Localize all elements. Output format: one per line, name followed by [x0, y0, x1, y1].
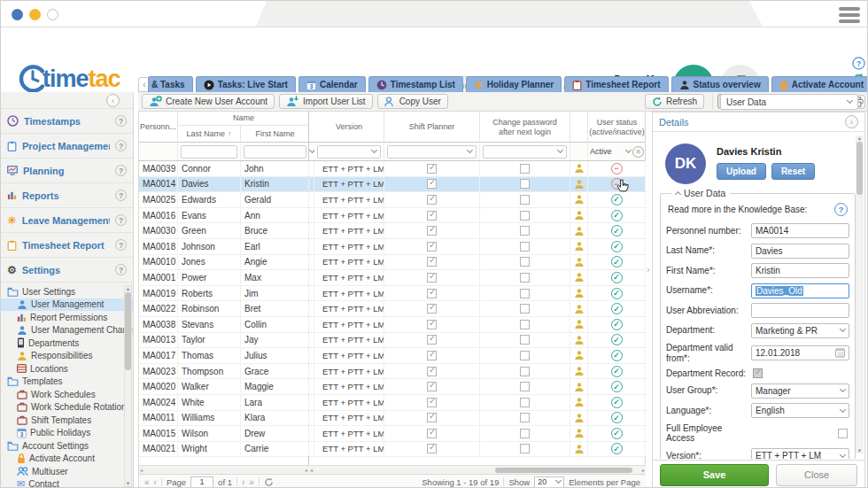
tab-calendar[interactable]: 3Calendar: [298, 76, 366, 92]
filter-shift-planner[interactable]: [384, 143, 480, 160]
table-row[interactable]: MA0014DaviesKristin: [139, 177, 308, 193]
field-checkbox-department-record[interactable]: [753, 368, 763, 378]
tree-item-multiuser[interactable]: Multiuser: [1, 465, 134, 478]
shift-planner-checkbox[interactable]: [427, 444, 437, 453]
tree-item-responsibilities[interactable]: Responsibilities: [1, 350, 134, 363]
change-password-checkbox[interactable]: [520, 273, 530, 283]
tree-item-user-management-changelog[interactable]: User Management Changelog: [1, 324, 134, 337]
sidebar-item-project-management[interactable]: Project Management?: [1, 134, 133, 159]
field-input-user-abbreviation[interactable]: [751, 303, 849, 318]
field-select-language[interactable]: English: [751, 403, 849, 418]
status-active-icon[interactable]: ✓: [611, 225, 623, 236]
status-active-icon[interactable]: ✓: [611, 366, 623, 377]
per-page-select[interactable]: 20: [534, 476, 564, 488]
tree-item-work-schedule-rotations[interactable]: Work Schedule Rotations: [1, 401, 134, 414]
save-button[interactable]: Save: [660, 464, 769, 486]
next-page-icon[interactable]: ›: [242, 477, 244, 487]
field-input-first-name[interactable]: Kristin: [751, 263, 849, 278]
table-row[interactable]: ETT + PTT + LM✓: [309, 379, 645, 395]
table-row[interactable]: ETT + PTT + LM✓: [309, 270, 645, 286]
shift-planner-checkbox[interactable]: [427, 320, 437, 329]
sidebar-scrollbar[interactable]: ▲▼: [124, 285, 132, 487]
details-scrollbar[interactable]: ▲▼: [856, 136, 864, 453]
col-permissions[interactable]: [570, 112, 588, 143]
tree-item-user-management[interactable]: User Management: [1, 298, 134, 312]
table-row[interactable]: MA0038StevansCollin: [139, 317, 308, 333]
help-icon[interactable]: ?: [115, 140, 127, 151]
field-select-user-group[interactable]: Manager: [751, 383, 849, 399]
field-select-version[interactable]: ETT + PTT + LM: [751, 448, 849, 459]
col-first-name[interactable]: First Name: [241, 126, 309, 143]
status-active-icon[interactable]: ✓: [611, 397, 623, 408]
shift-planner-checkbox[interactable]: [427, 242, 437, 252]
shift-planner-checkbox[interactable]: [427, 429, 437, 438]
shift-planner-checkbox[interactable]: [427, 367, 437, 376]
table-row[interactable]: ETT + PTT + LM✓: [309, 208, 645, 224]
table-row[interactable]: MA0011WilliamsKlara: [139, 411, 308, 427]
field-date-department-valid-from[interactable]: 12.01.2018: [751, 345, 849, 360]
status-active-icon[interactable]: ✓: [611, 443, 623, 454]
details-splitter-icon[interactable]: ›: [645, 261, 652, 277]
field-input-username[interactable]: Davies_Old: [751, 283, 849, 298]
refresh-button[interactable]: Refresh: [645, 94, 704, 109]
col-personnel[interactable]: Personn...: [139, 112, 178, 143]
status-active-icon[interactable]: ✓: [611, 381, 623, 392]
change-password-checkbox[interactable]: [520, 367, 530, 376]
hscrollbar-right[interactable]: ◂▸: [309, 465, 646, 474]
help-icon[interactable]: ?: [115, 239, 127, 251]
first-page-icon[interactable]: «: [144, 477, 150, 487]
last-page-icon[interactable]: »: [249, 477, 254, 487]
shift-planner-checkbox[interactable]: [427, 289, 437, 298]
col-shift-planner[interactable]: Shift Planner: [384, 112, 480, 143]
shift-planner-checkbox[interactable]: [427, 413, 437, 422]
table-row[interactable]: MA0001PowerMax: [139, 270, 308, 286]
shift-planner-checkbox[interactable]: [427, 304, 437, 314]
shift-planner-checkbox[interactable]: [427, 179, 437, 189]
sidebar-item-planning[interactable]: Planning?: [1, 159, 133, 183]
sidebar-item-leave-management[interactable]: ☀Leave Management?: [1, 208, 133, 233]
shift-planner-checkbox[interactable]: [427, 335, 437, 345]
table-row[interactable]: ETT + PTT + LM✓: [309, 426, 645, 442]
sidebar-collapse-button[interactable]: ‹: [106, 94, 120, 107]
table-row[interactable]: ETT + PTT + LM✓: [309, 301, 645, 317]
shift-planner-checkbox[interactable]: [427, 164, 437, 174]
table-row[interactable]: MA0013TaylorJay: [139, 333, 308, 349]
status-active-icon[interactable]: ✓: [611, 210, 623, 221]
status-active-icon[interactable]: ✓: [611, 412, 623, 423]
change-password-checkbox[interactable]: [520, 429, 530, 438]
details-collapse-button[interactable]: ›: [845, 115, 858, 128]
status-inactive-icon[interactable]: −: [611, 163, 623, 174]
help-icon[interactable]: ?: [115, 165, 127, 176]
hamburger-menu-icon[interactable]: [837, 5, 862, 25]
field-input-personnel-number[interactable]: MA0014: [751, 223, 849, 238]
change-password-checkbox[interactable]: [520, 242, 530, 252]
change-password-checkbox[interactable]: [520, 211, 530, 221]
kb-help-icon[interactable]: ?: [834, 203, 848, 216]
copy-user-button[interactable]: Copy User: [377, 94, 448, 109]
filter-first-name[interactable]: [241, 143, 309, 160]
table-row[interactable]: ETT + PTT + LM✓: [309, 223, 645, 239]
status-active-icon[interactable]: ✓: [611, 288, 623, 299]
table-row[interactable]: MA0016EvansAnn: [139, 208, 308, 224]
tree-item-activate-account[interactable]: Activate Account: [1, 453, 134, 466]
table-row[interactable]: MA0025EdwardsGerald: [139, 192, 308, 208]
sidebar-item-settings[interactable]: ⚙Settings?: [1, 258, 133, 283]
tree-item-public-holidays[interactable]: 3Public Holidays: [1, 427, 134, 440]
filter-personnel[interactable]: [139, 143, 178, 160]
col-user-status[interactable]: User status (active/inactive): [588, 112, 646, 143]
table-row[interactable]: ETT + PTT + LM✓: [309, 255, 645, 271]
table-row[interactable]: MA0023ThompsonGrace: [139, 364, 308, 380]
change-password-checkbox[interactable]: [520, 351, 530, 360]
status-active-icon[interactable]: ✓: [611, 272, 623, 283]
tab-tasks-live-start[interactable]: Tasks: Live Start: [196, 76, 296, 92]
window-dot-white-icon[interactable]: [47, 9, 58, 20]
hscrollbar-left[interactable]: ◂▸: [139, 465, 309, 474]
field-input-last-name[interactable]: Davies: [751, 244, 849, 259]
window-dot-yellow-icon[interactable]: [29, 9, 41, 20]
help-icon[interactable]: ?: [115, 115, 127, 127]
tree-item-account-settings[interactable]: Account Settings: [1, 439, 134, 453]
change-password-checkbox[interactable]: [520, 320, 530, 329]
sidebar-item-timestamps[interactable]: Timestamps?: [1, 109, 133, 134]
tab-timesheet-report[interactable]: Timesheet Report: [564, 76, 668, 92]
tree-item-templates[interactable]: Templates: [1, 376, 134, 389]
